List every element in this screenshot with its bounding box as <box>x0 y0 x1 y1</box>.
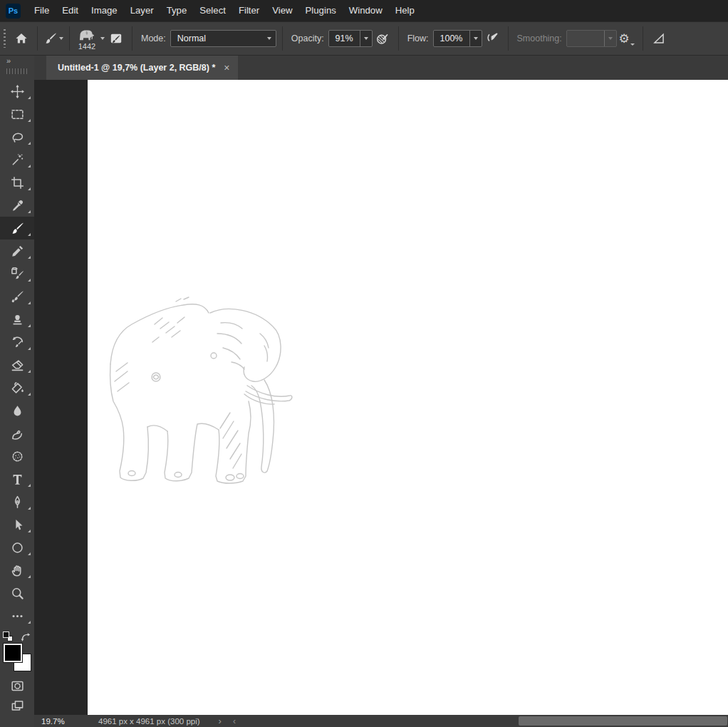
tool-move[interactable] <box>0 80 34 103</box>
ellipsis-icon <box>11 609 24 623</box>
opacity-label: Opacity: <box>291 33 324 43</box>
smoothing-input-disabled <box>566 30 617 47</box>
crop-icon <box>11 176 24 190</box>
separator <box>37 26 38 51</box>
menu-window[interactable]: Window <box>343 0 389 21</box>
magic-wand-icon <box>11 153 24 167</box>
tool-smudge[interactable] <box>0 422 34 445</box>
brush-angle-button[interactable] <box>649 27 669 50</box>
scroll-left-arrow-icon[interactable]: ‹ <box>233 716 236 726</box>
menu-image[interactable]: Image <box>85 0 124 21</box>
tool-edit-toolbar[interactable] <box>0 604 34 627</box>
tool-eyedropper[interactable] <box>0 194 34 217</box>
zoom-level-field[interactable]: 19.7% <box>41 717 73 726</box>
blend-mode-value: Normal <box>171 33 264 43</box>
marquee-icon <box>11 108 24 121</box>
color-controls <box>0 631 34 676</box>
chevron-down-icon <box>364 37 368 40</box>
tool-lasso[interactable] <box>0 125 34 148</box>
smudge-finger-icon <box>11 427 24 440</box>
brush-tool-icon <box>44 32 57 45</box>
opacity-value[interactable]: 91% <box>329 33 360 43</box>
airbrush-icon <box>486 32 499 45</box>
document-info[interactable]: 4961 px x 4961 px (300 ppi) <box>98 717 200 726</box>
document-canvas[interactable] <box>88 80 728 715</box>
type-tool-icon <box>11 473 24 486</box>
menu-type[interactable]: Type <box>160 0 194 21</box>
chevron-down-icon <box>630 43 635 46</box>
default-colors-button[interactable] <box>3 631 13 641</box>
eyedropper-icon <box>11 199 24 212</box>
tool-paint-bucket[interactable] <box>0 376 34 399</box>
tool-sponge[interactable] <box>0 445 34 468</box>
menu-layer[interactable]: Layer <box>124 0 160 21</box>
clone-stamp-icon <box>11 313 24 326</box>
scrollbar-thumb[interactable] <box>519 716 727 726</box>
blend-mode-dropdown[interactable]: Normal <box>170 30 276 47</box>
quick-mask-button[interactable] <box>0 676 34 696</box>
close-icon[interactable]: × <box>224 63 229 73</box>
tool-mixer-brush[interactable] <box>0 285 34 308</box>
options-bar-grip[interactable] <box>4 29 6 48</box>
hand-icon <box>11 564 24 577</box>
blur-drop-icon <box>11 404 24 418</box>
swap-colors-button[interactable] <box>21 631 31 642</box>
photoshop-logo: Ps <box>6 4 21 19</box>
pressure-opacity-button[interactable] <box>373 27 392 50</box>
menu-edit[interactable]: Edit <box>56 0 85 21</box>
menu-view[interactable]: View <box>266 0 298 21</box>
tool-clone-stamp[interactable] <box>0 308 34 331</box>
toggle-brush-settings-button[interactable] <box>106 27 126 50</box>
toolbar-grip[interactable] <box>6 68 28 74</box>
screen-mode-button[interactable] <box>0 696 34 716</box>
airbrush-button[interactable] <box>482 27 502 50</box>
tool-rectangular-marquee[interactable] <box>0 103 34 125</box>
home-icon <box>15 32 28 45</box>
document-tab-bar: Untitled-1 @ 19,7% (Layer 2, RGB/8) * × <box>34 56 728 80</box>
pasteboard <box>34 80 88 715</box>
flow-input[interactable]: 100% <box>433 30 482 47</box>
chevron-down-icon <box>474 37 478 40</box>
tool-type[interactable] <box>0 468 34 490</box>
brush-angle-icon <box>652 32 665 45</box>
brush-preset-picker[interactable]: 1442 <box>77 26 105 51</box>
tool-preset-picker[interactable] <box>43 27 63 50</box>
document-tab[interactable]: Untitled-1 @ 19,7% (Layer 2, RGB/8) * × <box>46 56 238 80</box>
smoothing-options-button[interactable]: ⚙ <box>617 27 637 50</box>
eraser-icon <box>11 359 24 372</box>
tool-brush[interactable] <box>0 217 34 239</box>
tool-crop[interactable] <box>0 171 34 194</box>
toolbar-collapse-button[interactable]: » <box>6 56 11 66</box>
pencil-icon <box>11 244 24 258</box>
chevron-down-icon <box>59 37 63 40</box>
opacity-input[interactable]: 91% <box>328 30 373 47</box>
lasso-icon <box>11 130 24 144</box>
status-popup-chevron-icon[interactable]: › <box>219 716 222 726</box>
tool-color-replacement[interactable] <box>0 262 34 285</box>
menu-file[interactable]: File <box>28 0 56 21</box>
tool-pencil[interactable] <box>0 239 34 262</box>
tool-blur[interactable] <box>0 399 34 422</box>
tool-pen[interactable] <box>0 490 34 513</box>
tool-zoom[interactable] <box>0 582 34 604</box>
tool-hand[interactable] <box>0 559 34 582</box>
menu-select[interactable]: Select <box>193 0 232 21</box>
swap-arrow-icon <box>21 631 31 642</box>
tool-path-selection[interactable] <box>0 513 34 536</box>
smoothing-label: Smoothing: <box>517 33 562 43</box>
home-button[interactable] <box>11 27 31 50</box>
move-icon <box>11 85 24 98</box>
horizontal-scrollbar[interactable]: ‹ <box>230 716 728 726</box>
foreground-color-swatch[interactable] <box>4 644 22 662</box>
tool-options-bar: 1442 Mode: Normal Opacity: 91% Flow: 100… <box>0 21 728 56</box>
menu-help[interactable]: Help <box>389 0 421 21</box>
flow-value[interactable]: 100% <box>434 33 469 43</box>
tool-ellipse-shape[interactable] <box>0 536 34 559</box>
tool-history-brush[interactable] <box>0 331 34 354</box>
tool-eraser[interactable] <box>0 354 34 376</box>
separator <box>282 26 283 51</box>
menu-plugins[interactable]: Plugins <box>299 0 343 21</box>
menu-filter[interactable]: Filter <box>232 0 266 21</box>
tool-magic-wand[interactable] <box>0 148 34 171</box>
mode-label: Mode: <box>141 33 166 43</box>
